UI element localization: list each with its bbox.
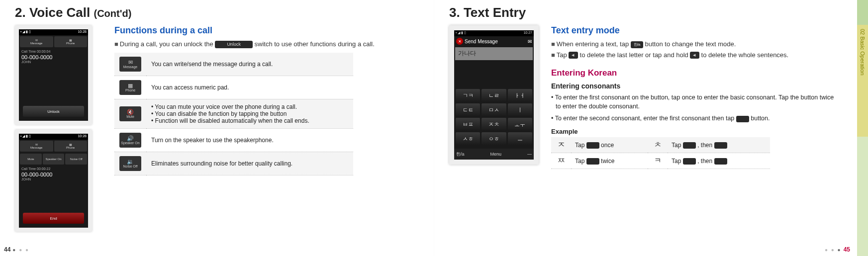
key-6[interactable]: ㅣ <box>508 103 532 116</box>
section-title-text-entry-mode: Text entry mode <box>551 25 838 36</box>
note-text-mode: ■When entering a text, tap 한/a button to… <box>551 40 838 49</box>
backspace-button[interactable]: — <box>527 152 532 157</box>
key-12[interactable]: ㅡ <box>508 132 532 145</box>
row-mute-text: You can mute your voice over the phone d… <box>146 99 353 128</box>
shift-key-icon <box>736 116 749 122</box>
page-number-right: ● ● ● 45 <box>825 246 850 253</box>
section-title-entering-korean: Entering Korean <box>551 68 838 78</box>
key-3[interactable]: ㅏㅓ <box>508 89 532 102</box>
key-4[interactable]: ㄷㅌ <box>456 103 480 116</box>
key-icon <box>586 142 599 149</box>
subheading-consonants: Entering consonants <box>551 82 838 90</box>
row-message-text: You can write/send the message during a … <box>146 53 353 76</box>
key-1[interactable]: ㄱㅋ <box>456 89 480 102</box>
key-9[interactable]: ㅗㅜ <box>508 118 532 131</box>
row-phone-text: You can access numeric pad. <box>146 76 353 99</box>
key-11[interactable]: ㅇㅎ <box>482 132 506 145</box>
example-label: Example <box>551 128 838 135</box>
key-2[interactable]: ㄴㄹ <box>482 89 506 102</box>
phone-mock-unlocked: ▪ ◢ ▮ ▯10:28 ✉Message ▦Phone Mute Speake… <box>15 130 92 232</box>
menu-button[interactable]: Menu <box>490 152 502 157</box>
key-10[interactable]: ㅅㅎ <box>456 132 480 145</box>
phone-icon: ▦Phone <box>119 80 141 95</box>
backspace-icon <box>569 52 578 59</box>
key-icon <box>586 158 599 165</box>
backspace-icon-2 <box>690 52 699 59</box>
row-noise-text: Eliminates surrounding noise for better … <box>146 152 353 175</box>
speaker-icon: 🔊Speaker On <box>119 133 141 148</box>
key-8[interactable]: ㅈㅊ <box>482 118 506 131</box>
message-textarea[interactable]: 가나다 <box>455 47 533 60</box>
key-icon <box>714 158 727 165</box>
unlock-switch-icon: Unlock <box>215 41 253 48</box>
key-5[interactable]: ㅁㅅ <box>482 103 506 116</box>
mode-toggle-button[interactable]: 한/a <box>456 151 465 158</box>
unlock-button[interactable]: Unlock <box>23 106 84 117</box>
close-icon[interactable]: ✕ <box>456 38 463 45</box>
phone-screenshots: ▪ ◢ ▮ ▯10:28 ✉Message ▦Phone Call Time 0… <box>15 25 104 232</box>
functions-table: ✉Message You can write/send the message … <box>114 53 353 175</box>
note-delete: ■Tap to delete the last letter or tap an… <box>551 51 838 60</box>
unlock-note: ■During a call, you can unlock the Unloc… <box>114 40 419 49</box>
key-7[interactable]: ㅂㅍ <box>456 118 480 131</box>
noise-off-icon: 🔉Noise Off <box>119 156 141 171</box>
row-speaker-text: Turn on the speaker to use the speakerph… <box>146 128 353 152</box>
side-tab-below <box>857 137 868 256</box>
section-title-functions: Functions during a call <box>114 25 419 36</box>
heading-voice-call: 2. Voice Call (Cont'd) <box>15 5 419 20</box>
end-call-button[interactable]: End <box>23 213 84 224</box>
phone-mock-locked: ▪ ◢ ▮ ▯10:28 ✉Message ▦Phone Call Time 0… <box>15 25 92 125</box>
chapter-tab: 02 Basic Operation <box>857 25 868 137</box>
page-44: 2. Voice Call (Cont'd) ▪ ◢ ▮ ▯10:28 ✉Mes… <box>0 0 434 256</box>
korean-keypad[interactable]: ㄱㅋ ㄴㄹ ㅏㅓ ㄷㅌ ㅁㅅ ㅣ ㅂㅍ ㅈㅊ ㅗㅜ ㅅㅎ ㅇㅎ ㅡ <box>454 87 534 147</box>
mode-button-icon: 한/a <box>631 41 643 48</box>
message-icon: ✉Message <box>119 57 141 72</box>
mute-icon: 🔇Mute <box>119 106 141 121</box>
key-icon <box>683 158 696 165</box>
side-tab-spacer <box>857 0 868 25</box>
key-icon <box>683 142 696 149</box>
consonant-instructions: To enter the first consonant on the butt… <box>551 93 838 123</box>
heading-text-entry: 3. Text Entry <box>449 5 853 20</box>
key-icon <box>714 142 727 149</box>
page-number-left: 44 ● ● ● <box>4 246 29 253</box>
page-45: 3. Text Entry ▪ ◢ ▮ ▯10:27 ✕ Send Messag… <box>434 0 868 256</box>
example-table: ㅈ Tap once ㅊ Tap , then ㅉ Tap twice ㅋ Ta… <box>551 137 770 169</box>
phone-screenshot-message: ▪ ◢ ▮ ▯10:27 ✕ Send Message ✉ 가나다 ㄱㅋ ㄴㄹ … <box>449 25 539 169</box>
